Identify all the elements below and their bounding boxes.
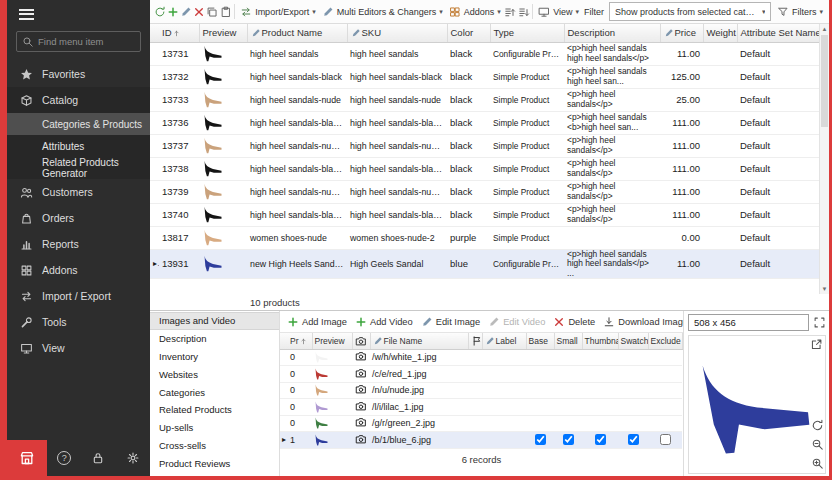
sidebar-item-attributes[interactable]: Attributes [7,135,150,157]
scroll-thumb[interactable] [821,35,828,127]
column-header-preview[interactable]: Preview [312,333,352,349]
add-video-button[interactable]: Add Video [352,313,416,331]
edit-product-button[interactable] [179,2,192,22]
tab-images-and-video[interactable]: Images and Video [150,312,279,330]
tab-cross-sells[interactable]: Cross-sells [150,437,279,455]
column-header-small[interactable]: Small [554,333,582,349]
tab-websites[interactable]: Websites [150,365,279,383]
image-row[interactable]: 0/l/i/lilac_1.jpg [280,399,682,416]
column-header-exclude[interactable]: Exclude [648,333,682,349]
column-header-preview[interactable]: Preview [199,24,247,42]
column-header-type[interactable]: Type [490,24,564,42]
product-row[interactable]: 13737high heel sandals-nude-36high heel … [150,134,819,157]
sidebar-item-catalog[interactable]: Catalog [7,87,150,113]
copy-button[interactable] [206,2,219,22]
fit-image-button[interactable] [813,316,826,329]
image-row[interactable]: 0/c/e/red_1.jpg [280,366,682,383]
column-header-base[interactable]: Base [526,333,554,349]
product-row[interactable]: ▸13931new High Heels SandalsHigh Geels S… [150,249,819,279]
product-row[interactable]: 13732high heel sandals-blackhigh heel sa… [150,65,819,88]
multi-editors-menu[interactable]: Multi Editors & Changers▾ [319,2,446,22]
column-header-label[interactable]: Label [482,333,526,349]
product-row[interactable]: 13733high heel sandals-nudehigh heel san… [150,88,819,111]
column-header-thumbnail[interactable]: Thumbna [582,333,618,349]
filter-select[interactable]: Show products from selected categories▾ [609,2,771,21]
sidebar-item-related-products-generator[interactable]: Related Products Generator [7,157,150,179]
product-row[interactable]: 13738high heel sandals-black-37high heel… [150,157,819,180]
filters-menu[interactable]: Filters▾ [774,2,826,22]
help-button[interactable]: ? [47,451,81,465]
product-row[interactable]: 13740high heel sandals-black-38high heel… [150,203,819,226]
image-row[interactable]: ▸1/b/1/blue_6.jpg [280,432,682,449]
product-row[interactable]: 13736high heel sandals-black-36high heel… [150,111,819,134]
tab-up-sells[interactable]: Up-sells [150,419,279,437]
column-header-product_name[interactable]: Product Name [247,24,347,42]
paste-button[interactable] [219,2,232,22]
column-header-color[interactable]: Color [447,24,490,42]
menu-button[interactable] [7,0,150,28]
image-role-checkbox[interactable] [595,434,606,445]
collapse-all-button[interactable] [517,2,530,22]
vertical-scrollbar[interactable]: ▲ ▼ [819,24,829,294]
sidebar-item-customers[interactable]: Customers [7,179,150,205]
import-export-menu[interactable]: Import/Export▾ [237,2,319,22]
lock-button[interactable] [81,451,115,465]
open-image-button[interactable] [810,338,823,351]
column-header-sku[interactable]: SKU [347,24,447,42]
sidebar-item-view[interactable]: View [7,335,150,361]
image-role-checkbox[interactable] [535,434,546,445]
refresh-button[interactable] [153,2,166,22]
scroll-up-arrow[interactable]: ▲ [820,24,829,34]
addons-menu[interactable]: Addons▾ [446,2,504,22]
column-header-flag[interactable] [468,333,482,349]
image-row[interactable]: 0/n/u/nude.jpg [280,382,682,399]
delete-image-button[interactable]: Delete [550,313,598,331]
image-role-checkbox[interactable] [628,434,639,445]
row-marker [150,111,159,134]
add-image-button[interactable]: Add Image [284,313,350,331]
product-row[interactable]: 13739high heel sandals-nude-37high heel … [150,180,819,203]
sidebar-item-categories-products[interactable]: Categories & Products [7,113,150,135]
image-row[interactable]: 0/g/r/green_2.jpg [280,415,682,432]
column-header-price[interactable]: Price [660,24,703,42]
sidebar-item-import-export[interactable]: Import / Export [7,283,150,309]
tab-categories[interactable]: Categories [150,383,279,401]
edit-video-button[interactable]: Edit Video [485,313,548,331]
column-header-swatch[interactable]: Swatch [618,333,648,349]
tab-related-products[interactable]: Related Products [150,401,279,419]
column-header-camera[interactable] [352,333,370,349]
column-header-id[interactable]: ID [159,24,199,42]
image-role-checkbox[interactable] [563,434,574,445]
edit-image-button[interactable]: Edit Image [418,313,483,331]
column-header-description[interactable]: Description [564,24,660,42]
menu-search-input[interactable] [38,36,135,47]
column-header-file_name[interactable]: File Name [370,333,468,349]
zoom-out-button[interactable] [811,438,824,451]
tab-inventory[interactable]: Inventory [150,348,279,366]
sidebar-item-orders[interactable]: Orders [7,205,150,231]
column-header-weight[interactable]: Weight [703,24,737,42]
scroll-down-arrow[interactable]: ▼ [820,284,829,294]
sidebar-search[interactable] [16,31,141,52]
refresh-image-button[interactable] [811,419,824,432]
add-product-button[interactable] [166,2,179,22]
column-header-position[interactable]: Pr [288,333,312,349]
settings-button[interactable] [116,451,150,465]
sidebar-item-tools[interactable]: Tools [7,309,150,335]
tab-product-reviews[interactable]: Product Reviews [150,454,279,472]
image-row[interactable]: 0/w/h/white_1.jpg [280,349,682,366]
delete-product-button[interactable] [193,2,206,22]
sidebar-item-addons[interactable]: Addons [7,257,150,283]
expand-all-button[interactable] [504,2,517,22]
image-role-checkbox[interactable] [660,434,671,445]
column-header-attribute_set[interactable]: Attribute Set Name [737,24,819,42]
sidebar-item-reports[interactable]: Reports [7,231,150,257]
zoom-in-button[interactable] [811,457,824,470]
sidebar-item-favorites[interactable]: Favorites [7,61,150,87]
store-button[interactable] [7,440,47,476]
product-row[interactable]: 13731high heel sandalshigh heel sandalsb… [150,42,819,65]
download-image-button[interactable]: Download Image [600,313,683,331]
product-row[interactable]: 13817women shoes-nudewomen shoes-nude-2p… [150,226,819,249]
view-menu[interactable]: View▾ [535,2,582,22]
tab-description[interactable]: Description [150,330,279,348]
